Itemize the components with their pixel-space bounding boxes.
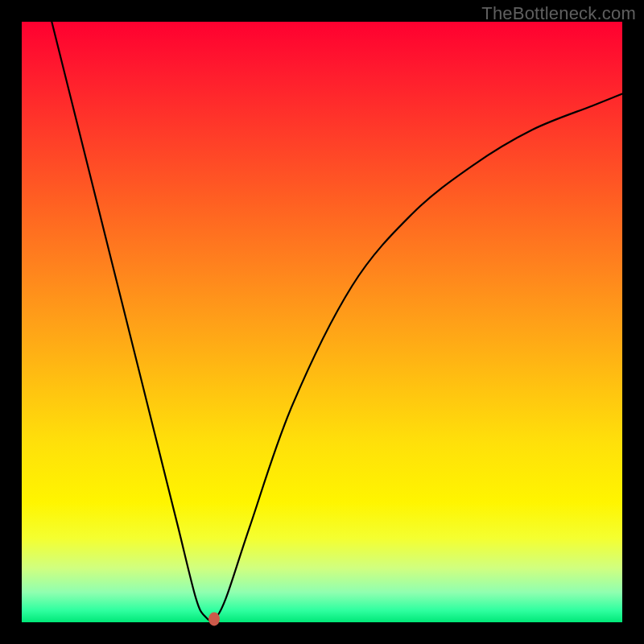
bottleneck-curve: [22, 22, 622, 622]
watermark-text: TheBottleneck.com: [481, 3, 636, 24]
chart-plot-area: [22, 22, 622, 622]
optimal-point-marker: [208, 613, 220, 626]
